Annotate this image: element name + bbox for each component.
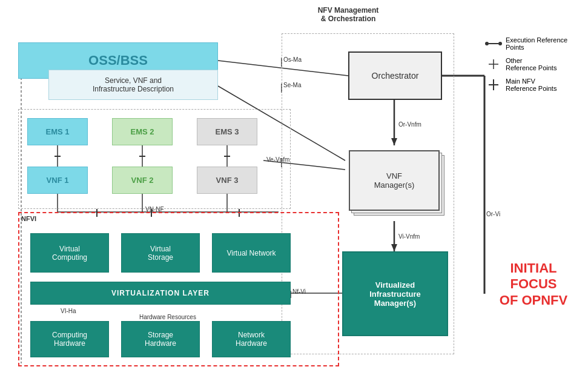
other-ref-label: OtherReference Points	[506, 57, 557, 71]
se-ma-label: Se-Ma	[283, 82, 301, 88]
ems3-label: EMS 3	[215, 127, 239, 136]
nfv-mgmt-line2: & Orchestration	[321, 15, 376, 23]
initial-focus-text: INITIALFOCUSOF OPNFV	[500, 260, 567, 308]
vnf-manager-box: VNFManager(s)	[349, 150, 440, 211]
virt-computing-block: VirtualComputing	[30, 233, 109, 273]
or-vnfm-label: Or-Vnfm	[398, 121, 421, 128]
service-vnf-label: Service, VNF andInfrastructure Descripti…	[93, 76, 174, 93]
nf-vi-label: Nf-Vi	[292, 288, 306, 295]
or-vi-label: Or-Vi	[486, 211, 500, 217]
vnf1-block: VNF 1	[27, 167, 88, 194]
legend-main-item: Main NFVReference Points	[485, 78, 579, 92]
nfvi-label: NFVI	[21, 215, 36, 222]
ems1-block: EMS 1	[27, 118, 88, 145]
vnf-manager-label: VNFManager(s)	[374, 171, 414, 190]
hw-storage-label: StorageHardware	[145, 331, 176, 348]
main-ref-label: Main NFVReference Points	[506, 78, 557, 92]
diagram-container: NFV Management & Orchestration OSS/BSS S…	[0, 0, 588, 384]
ems1-label: EMS 1	[45, 127, 69, 136]
legend-exec-item: Execution Reference Points	[485, 36, 579, 51]
exec-ref-icon	[485, 42, 502, 45]
ve-vnfm-label: Ve-Vnfm	[266, 156, 289, 163]
main-ref-icon	[485, 79, 502, 91]
hw-computing-label: ComputingHardware	[52, 331, 87, 348]
virt-layer-label: VIRTUALIZATION LAYER	[111, 289, 210, 297]
other-ref-icon	[485, 58, 502, 70]
initial-focus-label: INITIALFOCUSOF OPNFV	[488, 260, 579, 308]
vnf1-label: VNF 1	[47, 176, 69, 185]
os-ma-label: Os-Ma	[283, 56, 302, 63]
vim-label: VirtualizedInfrastructureManager(s)	[369, 280, 421, 308]
hw-computing-block: ComputingHardware	[30, 321, 109, 357]
vnf3-block: VNF 3	[197, 167, 257, 194]
legend: Execution Reference Points OtherReferenc…	[485, 36, 579, 98]
exec-ref-label: Execution Reference Points	[506, 36, 579, 51]
virt-storage-block: VirtualStorage	[121, 233, 200, 273]
hw-resources-text: Hardware Resources	[139, 314, 196, 320]
virt-layer-block: VIRTUALIZATION LAYER	[30, 282, 291, 305]
virt-computing-label: VirtualComputing	[52, 245, 87, 262]
virt-storage-label: VirtualStorage	[148, 245, 173, 262]
ems2-block: EMS 2	[112, 118, 173, 145]
ems2-label: EMS 2	[130, 127, 154, 136]
vnf3-label: VNF 3	[216, 176, 239, 185]
legend-other-item: OtherReference Points	[485, 57, 579, 71]
nfv-mgmt-line1: NFV Management	[318, 6, 379, 15]
vi-ha-label: VI-Ha	[61, 308, 76, 314]
orchestrator-block: Orchestrator	[348, 51, 442, 100]
vn-nf-label: VN-NF	[145, 206, 164, 213]
hw-network-label: NetworkHardware	[236, 331, 267, 348]
vnf2-label: VNF 2	[131, 176, 154, 185]
nfv-mgmt-title: NFV Management & Orchestration	[297, 6, 400, 23]
virt-network-block: Virtual Network	[212, 233, 291, 273]
ems3-block: EMS 3	[197, 118, 257, 145]
vi-ha-text: VI-Ha	[61, 308, 76, 314]
oss-bss-label: OSS/BSS	[88, 53, 148, 68]
virt-network-label: Virtual Network	[226, 249, 276, 257]
hw-resources-label: Hardware Resources	[139, 314, 196, 320]
vnf2-block: VNF 2	[112, 167, 173, 194]
vim-block: VirtualizedInfrastructureManager(s)	[342, 251, 448, 336]
orchestrator-label: Orchestrator	[372, 71, 419, 81]
hw-storage-block: StorageHardware	[121, 321, 200, 357]
vi-vnfm-label: Vi-Vnfm	[398, 233, 420, 240]
hw-network-block: NetworkHardware	[212, 321, 291, 357]
vnf-manager-container: VNFManager(s)	[349, 150, 446, 220]
service-vnf-block: Service, VNF andInfrastructure Descripti…	[48, 70, 218, 100]
